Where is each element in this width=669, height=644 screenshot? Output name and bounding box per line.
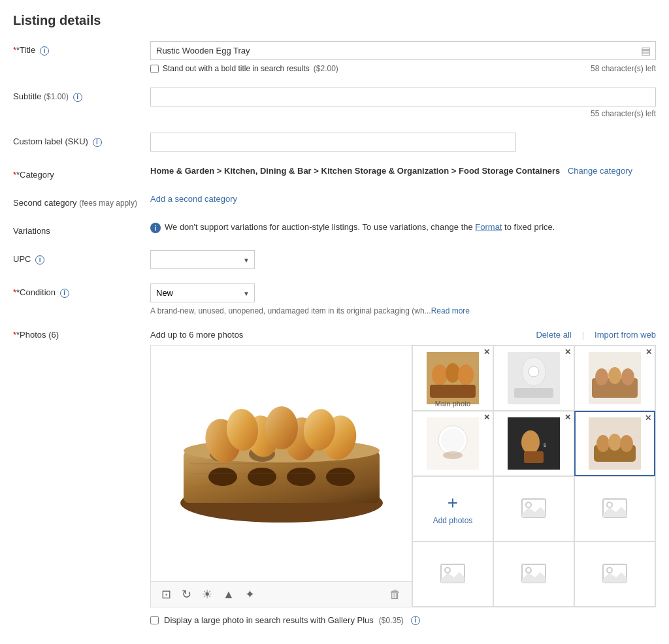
svg-point-31: [608, 367, 621, 384]
empty-thumb-5: [574, 541, 655, 607]
title-info-icon[interactable]: i: [40, 46, 49, 56]
svg-point-27: [529, 366, 539, 377]
thumbnail-2[interactable]: ✕: [493, 346, 574, 411]
subtitle-price: ($1.00): [44, 92, 69, 101]
svg-point-36: [441, 428, 465, 452]
delete-all-link[interactable]: Delete all: [536, 330, 571, 340]
condition-description: A brand-new, unused, unopened, undamaged…: [150, 306, 656, 315]
thumb-2-close[interactable]: ✕: [564, 347, 571, 357]
subtitle-chars-left: 55 character(s) left: [150, 109, 656, 118]
format-link[interactable]: Format: [475, 222, 502, 232]
svg-point-45: [608, 434, 621, 451]
condition-select[interactable]: New Used Refurbished For parts or not wo…: [150, 283, 255, 302]
second-category-label: Second category (fees may apply): [13, 194, 150, 208]
main-photo-area: ⊡ ↻ ☀ ▲ ✦ 🗑: [151, 346, 412, 607]
gallery-plus-price: ($0.35): [379, 616, 404, 625]
empty-thumb-1: [493, 476, 574, 541]
magic-wand-icon[interactable]: ✦: [245, 587, 255, 602]
empty-thumb-4: [493, 541, 574, 607]
empty-photo-icon-2: [602, 498, 628, 521]
gallery-plus-row: Display a large photo in search results …: [150, 615, 656, 625]
svg-point-44: [596, 435, 610, 452]
thumbnail-3[interactable]: ✕ ...: [574, 346, 655, 411]
change-category-link[interactable]: Change category: [568, 166, 632, 176]
photos-header: Add up to 6 more photos Delete all | Imp…: [150, 330, 656, 340]
delete-photo-icon[interactable]: 🗑: [389, 588, 401, 602]
custom-label-info-icon[interactable]: i: [93, 138, 102, 147]
upc-select[interactable]: Does not apply: [150, 250, 255, 269]
custom-label-label: Custom label (SKU) i: [13, 133, 150, 147]
svg-point-50: [607, 502, 612, 507]
variations-info-icon: i: [150, 223, 161, 233]
gallery-plus-checkbox[interactable]: [150, 616, 159, 624]
category-value: Home & Garden > Kitchen, Dining & Bar > …: [150, 166, 560, 176]
upc-info-icon[interactable]: i: [35, 255, 44, 265]
thumbnail-4[interactable]: ✕: [412, 411, 493, 476]
custom-label-section: Custom label (SKU) i: [13, 133, 656, 154]
title-grid-icon: ▤: [641, 44, 651, 57]
photos-separator: |: [582, 330, 584, 340]
subtitle-content: 55 character(s) left: [150, 88, 656, 118]
upc-label: UPC i: [13, 250, 150, 265]
import-from-web-link[interactable]: Import from web: [595, 330, 656, 340]
add-photos-cell[interactable]: + Add photos: [412, 476, 493, 541]
thumb-3-close[interactable]: ✕: [645, 347, 652, 357]
thumb-5-close[interactable]: ✕: [564, 413, 571, 422]
condition-info-icon[interactable]: i: [60, 289, 69, 298]
svg-text:...: ...: [605, 366, 610, 372]
brightness-icon[interactable]: ☀: [202, 587, 212, 602]
toolbar-icons: ⊡ ↻ ☀ ▲ ✦: [161, 587, 255, 602]
category-content: Home & Garden > Kitchen, Dining & Bar > …: [150, 166, 656, 176]
second-category-hint: (fees may apply): [79, 199, 137, 208]
bold-title-price: ($2.00): [314, 64, 338, 73]
contrast-icon[interactable]: ▲: [223, 588, 235, 602]
photos-section: **Photos (6) Add up to 6 more photos Del…: [13, 330, 656, 628]
bold-title-checkbox[interactable]: [150, 65, 159, 73]
title-section: **Title i ▤ Stand out with a bold title …: [13, 41, 656, 76]
svg-point-6: [326, 468, 355, 486]
variations-content: i We don't support variations for auctio…: [150, 222, 656, 233]
main-photo-svg: [171, 379, 393, 549]
svg-point-14: [265, 406, 298, 449]
thumbnail-6[interactable]: ✕: [574, 411, 655, 476]
thumbnail-1[interactable]: ✕ Main photo: [412, 346, 493, 411]
main-photo-label: Main photo: [413, 400, 493, 408]
svg-point-4: [248, 468, 276, 486]
thumb-6-close[interactable]: ✕: [645, 413, 651, 423]
photos-label: **Photos (6): [13, 330, 150, 340]
empty-thumb-2: [574, 476, 655, 541]
subtitle-info-icon[interactable]: i: [73, 93, 82, 102]
add-second-category-link[interactable]: Add a second category: [150, 194, 237, 204]
svg-point-37: [443, 451, 463, 459]
read-more-link[interactable]: Read more: [431, 306, 470, 315]
gallery-plus-info-icon[interactable]: i: [411, 616, 420, 625]
condition-label: **Condition i: [13, 283, 150, 298]
svg-point-48: [526, 502, 531, 507]
crop-icon[interactable]: ⊡: [161, 587, 171, 602]
add-photos-icon: +: [448, 492, 458, 513]
photo-toolbar: ⊡ ↻ ☀ ▲ ✦ 🗑: [151, 581, 412, 607]
empty-photo-icon-1: [521, 498, 547, 521]
second-category-content: Add a second category: [150, 194, 656, 204]
empty-photo-icon-3: [440, 563, 466, 586]
title-input[interactable]: [150, 41, 656, 60]
svg-point-21: [446, 363, 460, 383]
photos-add-text: Add up to 6 more photos: [150, 330, 243, 340]
main-photo-img-area[interactable]: [151, 346, 412, 581]
thumb-5-img: $: [508, 417, 560, 470]
rotate-icon[interactable]: ↻: [182, 587, 191, 602]
title-content: ▤ Stand out with a bold title in search …: [150, 41, 656, 73]
thumb-4-img: [427, 417, 479, 470]
thumb-1-close[interactable]: ✕: [483, 347, 490, 357]
custom-label-input[interactable]: [150, 133, 516, 152]
thumbnail-grid: ✕ Main photo ✕: [412, 346, 655, 607]
photos-content: Add up to 6 more photos Delete all | Imp…: [150, 330, 656, 625]
custom-label-content: [150, 133, 656, 152]
empty-thumb-3: [412, 541, 493, 607]
svg-rect-23: [430, 385, 476, 398]
svg-point-20: [432, 364, 448, 385]
subtitle-input[interactable]: [150, 88, 656, 106]
upc-content: Does not apply ▼: [150, 250, 656, 269]
thumb-4-close[interactable]: ✕: [483, 413, 490, 422]
thumbnail-5[interactable]: ✕ $: [493, 411, 574, 476]
